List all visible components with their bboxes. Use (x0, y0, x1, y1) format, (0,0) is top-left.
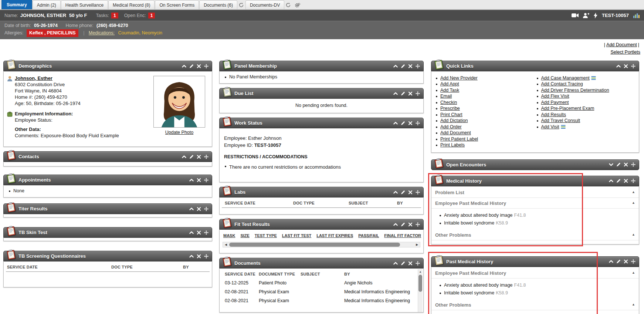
quick-link-add-travel-consult[interactable]: Add Travel Consult (541, 118, 580, 123)
move-icon[interactable] (631, 64, 635, 68)
tab-summary[interactable]: Summary (1, 0, 32, 9)
tasks-count-badge[interactable]: 1 (111, 13, 118, 18)
quick-link-add-pre-placement-exam[interactable]: Add Pre-Placement Exam (541, 106, 594, 111)
collapse-icon[interactable] (393, 64, 398, 68)
quick-link-add-dictation[interactable]: Add Dictation (440, 118, 468, 123)
scroll-up-icon[interactable]: ▲ (418, 269, 423, 274)
collapse-icon[interactable] (609, 179, 613, 183)
edit-icon[interactable] (189, 64, 194, 68)
quick-link-prescribe[interactable]: Prescribe (440, 106, 460, 111)
column-header-pass-fail[interactable]: PASS/FAIL (358, 233, 379, 238)
collapse-section-icon[interactable]: ▲ (632, 271, 635, 274)
tab-admin[interactable]: Admin (2) (33, 0, 61, 9)
quick-link-print-chart[interactable]: Print Chart (440, 112, 462, 117)
refresh-circle-icon[interactable] (285, 2, 291, 8)
allergies-badge[interactable]: Keflex , PENICILLINS (27, 29, 78, 37)
close-icon[interactable] (197, 64, 201, 68)
collapse-icon[interactable] (189, 254, 194, 259)
refresh-circle-icon[interactable] (238, 2, 244, 8)
close-icon[interactable] (197, 254, 201, 259)
quick-link-email[interactable]: Email (440, 94, 452, 99)
collapse-icon[interactable] (189, 207, 194, 211)
column-header-mask[interactable]: MASK (223, 233, 235, 238)
medications-label-link[interactable]: Medications: (89, 30, 115, 36)
add-document-link[interactable]: Add Document (606, 42, 637, 47)
collapse-icon[interactable] (393, 121, 398, 125)
column-header-size[interactable]: SIZE (240, 233, 249, 238)
edit-icon[interactable] (401, 261, 405, 266)
scrollbar-thumb[interactable] (418, 275, 422, 292)
close-icon[interactable] (408, 261, 413, 266)
move-icon[interactable] (416, 121, 420, 125)
close-icon[interactable] (624, 179, 628, 183)
tab-medical-record[interactable]: Medical Record (8) (108, 0, 155, 9)
move-icon[interactable] (631, 259, 635, 264)
scroll-right-icon[interactable]: ▶ (414, 242, 420, 247)
add-person-icon[interactable] (583, 13, 589, 18)
move-icon[interactable] (631, 179, 635, 183)
quick-link-add-new-provider[interactable]: Add New Provider (440, 75, 478, 81)
collapse-section-icon[interactable]: ▲ (632, 303, 635, 306)
settings-gear-icon[interactable] (295, 3, 300, 8)
scrollbar-thumb[interactable] (229, 243, 400, 247)
column-header-last-fit-test[interactable]: LAST FIT TEST (282, 233, 311, 238)
lightning-icon[interactable] (594, 13, 597, 18)
collapse-icon[interactable] (182, 64, 186, 68)
edit-icon[interactable] (401, 121, 405, 125)
move-icon[interactable] (204, 254, 209, 259)
collapse-icon[interactable] (189, 178, 194, 182)
collapse-icon[interactable] (189, 230, 194, 235)
move-icon[interactable] (204, 64, 209, 68)
document-row[interactable]: 02-08-2021 Physical Exam Medical Informa… (220, 287, 417, 296)
edit-icon[interactable] (616, 179, 621, 183)
video-camera-icon[interactable] (572, 13, 579, 18)
close-icon[interactable] (624, 162, 628, 167)
open-enc-count-badge[interactable]: 1 (148, 13, 155, 18)
close-icon[interactable] (624, 259, 628, 264)
move-icon[interactable] (204, 207, 209, 211)
close-icon[interactable] (408, 190, 413, 195)
quick-link-add-task[interactable]: Add Task (440, 88, 459, 93)
column-header-final-fit-factor[interactable]: FINAL FIT FACTOR (384, 233, 421, 238)
tab-documents[interactable]: Documents (6) (199, 0, 237, 9)
quick-link-add-payment[interactable]: Add Payment (541, 100, 569, 105)
vertical-scrollbar[interactable]: ▲ (418, 269, 423, 312)
move-icon[interactable] (416, 222, 420, 227)
quick-link-add-flex-visit[interactable]: Add Flex Visit (541, 94, 569, 99)
move-icon[interactable] (204, 230, 209, 235)
quick-link-add-order[interactable]: Add Order (440, 124, 462, 129)
tab-on-screen-forms[interactable]: On Screen Forms (155, 0, 199, 9)
quick-link-add-case-management[interactable]: Add Case Management (541, 75, 590, 81)
horizontal-scrollbar[interactable]: ◀ ▶ (223, 242, 420, 247)
close-icon[interactable] (197, 207, 201, 211)
quick-link-add-contact-tracing[interactable]: Add Contact Tracing (541, 81, 583, 87)
edit-icon[interactable] (401, 64, 405, 68)
edit-icon[interactable] (189, 155, 194, 159)
move-icon[interactable] (204, 178, 209, 182)
move-icon[interactable] (416, 261, 420, 266)
collapse-icon[interactable] (393, 91, 398, 96)
quick-link-add-visit[interactable]: Add Visit (541, 124, 559, 129)
edit-icon[interactable] (401, 91, 405, 96)
close-icon[interactable] (197, 178, 201, 182)
update-photo-link[interactable]: Update Photo (165, 130, 193, 135)
collapse-icon[interactable] (393, 222, 398, 227)
collapse-icon[interactable] (393, 261, 398, 266)
close-icon[interactable] (197, 230, 201, 235)
quick-link-add-appt[interactable]: Add Appt (440, 81, 459, 87)
quick-link-add-driver-fitness-determination[interactable]: Add Driver Fitness Determination (541, 88, 609, 93)
edit-icon[interactable] (401, 222, 405, 227)
close-icon[interactable] (408, 222, 413, 227)
edit-icon[interactable] (616, 162, 621, 167)
close-icon[interactable] (624, 64, 628, 68)
quick-link-checkin[interactable]: Checkin (440, 100, 457, 105)
collapse-section-icon[interactable]: ▲ (632, 190, 635, 194)
move-icon[interactable] (204, 155, 209, 159)
document-row[interactable]: 03-12-2025 Patient Photo Angie Nichols (220, 278, 417, 287)
tab-health-surveillance[interactable]: Health Surveillance (61, 0, 108, 9)
close-icon[interactable] (408, 64, 413, 68)
column-header-last-fit-expires[interactable]: LAST FIT EXPIRES (316, 233, 353, 238)
quick-link-print-patient-label[interactable]: Print Patient Label (440, 136, 478, 142)
quick-link-print-labels[interactable]: Print Labels (440, 142, 465, 148)
close-icon[interactable] (408, 91, 413, 96)
